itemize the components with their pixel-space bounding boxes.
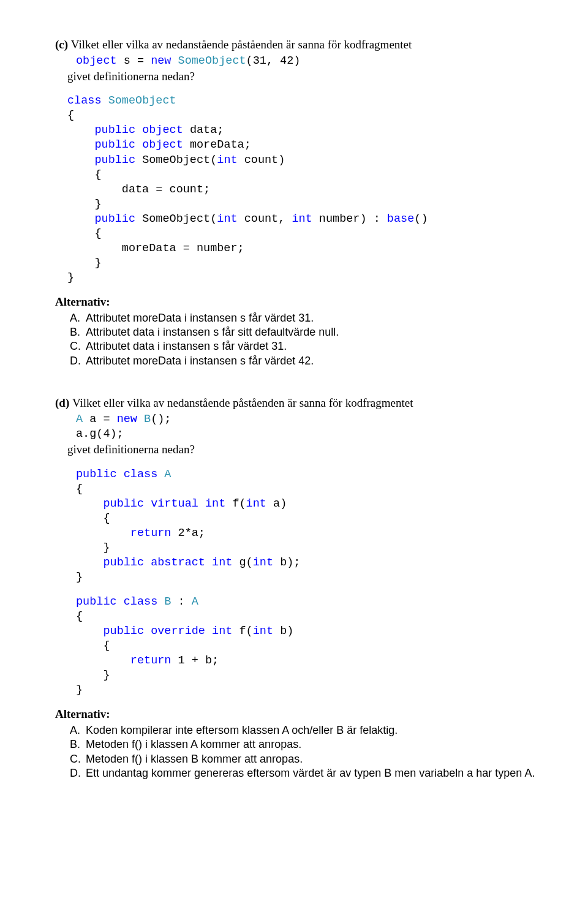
alt-text: Koden kompilerar inte eftersom klassen A… bbox=[86, 723, 398, 737]
question-c-code: class SomeObject { public object data; p… bbox=[67, 94, 545, 285]
alt-letter: D. bbox=[70, 354, 86, 368]
question-c: (c) Vilket eller vilka av nedanstående p… bbox=[55, 37, 545, 368]
alt-letter: B. bbox=[70, 737, 86, 752]
alt-letter: C. bbox=[70, 752, 86, 766]
question-d: (d) Vilket eller vilka av nedanstående p… bbox=[55, 395, 545, 780]
alt-item: A.Attributet moreData i instansen s får … bbox=[70, 311, 545, 325]
alt-item: C.Attributet data i instansen s får värd… bbox=[70, 339, 545, 353]
alt-text: Metoden f() i klassen A kommer att anrop… bbox=[86, 737, 301, 752]
question-c-given: givet definitionerna nedan? bbox=[67, 69, 545, 85]
alt-letter: A. bbox=[70, 311, 86, 325]
question-d-alt-heading: Alternativ: bbox=[55, 706, 545, 722]
alt-letter: B. bbox=[70, 325, 86, 339]
question-d-code-a: public class A { public virtual int f(in… bbox=[76, 467, 545, 585]
question-c-alt-heading: Alternativ: bbox=[55, 294, 545, 310]
alt-text: Attributet data i instansen s får värdet… bbox=[86, 339, 287, 353]
question-d-intro: (d) Vilket eller vilka av nedanstående p… bbox=[55, 395, 545, 411]
question-d-given: givet definitionerna nedan? bbox=[67, 442, 545, 458]
alt-item: B.Attributet data i instansen s får sitt… bbox=[70, 325, 545, 339]
question-d-code-b: public class B : A { public override int… bbox=[76, 595, 545, 698]
alt-letter: D. bbox=[70, 766, 86, 780]
question-d-fragment-2: a.g(4); bbox=[76, 427, 545, 442]
question-c-intro: (c) Vilket eller vilka av nedanstående p… bbox=[55, 37, 545, 53]
question-c-fragment: object s = new SomeObject(31, 42) bbox=[76, 54, 545, 69]
alt-text: Attributet moreData i instansen s får vä… bbox=[86, 311, 314, 325]
alt-text: Attributet data i instansen s får sitt d… bbox=[86, 325, 339, 339]
question-c-intro-text: Vilket eller vilka av nedanstående påstå… bbox=[71, 38, 412, 51]
alt-item: D.Ett undantag kommer genereras eftersom… bbox=[70, 766, 545, 780]
alt-item: D.Attributet moreData i instansen s får … bbox=[70, 354, 545, 368]
alt-item: B.Metoden f() i klassen A kommer att anr… bbox=[70, 737, 545, 752]
question-d-alt-list: A.Koden kompilerar inte eftersom klassen… bbox=[55, 723, 545, 781]
alt-item: C.Metoden f() i klassen B kommer att anr… bbox=[70, 752, 545, 766]
alt-text: Ett undantag kommer genereras eftersom v… bbox=[86, 766, 535, 780]
question-c-label: (c) bbox=[55, 38, 71, 51]
alt-text: Metoden f() i klassen B kommer att anrop… bbox=[86, 752, 303, 766]
alt-letter: C. bbox=[70, 339, 86, 353]
question-d-fragment-1: A a = new B(); bbox=[76, 412, 545, 427]
question-d-intro-text: Vilket eller vilka av nedanstående påstå… bbox=[72, 396, 413, 409]
alt-letter: A. bbox=[70, 723, 86, 737]
alt-text: Attributet moreData i instansen s får vä… bbox=[86, 354, 314, 368]
alt-item: A.Koden kompilerar inte eftersom klassen… bbox=[70, 723, 545, 737]
question-d-label: (d) bbox=[55, 396, 72, 409]
question-c-alt-list: A.Attributet moreData i instansen s får … bbox=[55, 311, 545, 369]
